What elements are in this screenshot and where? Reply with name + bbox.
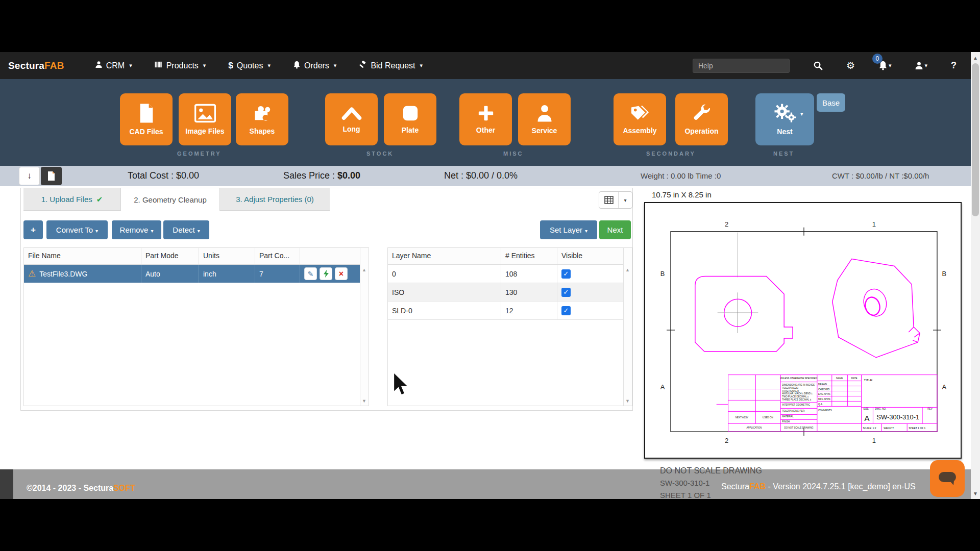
file-table-scrollbar[interactable]: ▲ ▼ (360, 248, 369, 406)
tab-upload-files[interactable]: 1. Upload Files ✔ (23, 188, 120, 211)
col-units[interactable]: Units (199, 248, 255, 264)
scroll-up-icon[interactable]: ▲ (362, 267, 366, 272)
service-button[interactable]: Service (518, 93, 571, 145)
col-entities[interactable]: # Entities (501, 248, 557, 264)
plate-stock-button[interactable]: Plate (384, 93, 436, 145)
long-label: Long (342, 125, 360, 133)
tb-comments: COMMENTS: (818, 409, 832, 412)
table-icon (604, 196, 614, 204)
close-icon: × (339, 269, 344, 279)
mouse-cursor (392, 371, 412, 401)
notifications-bell[interactable]: 0 ▾ (878, 61, 892, 70)
tb-donotscale: DO NOT SCALE DRAWING (784, 427, 814, 429)
scroll-up-icon[interactable]: ▲ (625, 267, 630, 272)
zone-label: 2 (725, 220, 728, 228)
tb-scale: SCALE: 1:2 (863, 427, 876, 430)
gear-icon[interactable]: ⚙ (846, 60, 855, 71)
col-visible[interactable]: Visible (557, 248, 624, 264)
assembly-label: Assembly (623, 127, 656, 135)
menu-crm[interactable]: CRM ▾ (95, 61, 132, 70)
scrollbar-down-icon[interactable]: ▼ (971, 489, 980, 498)
tb-weight: WEIGHT: (884, 427, 894, 430)
detect-button[interactable]: Detect▾ (163, 220, 209, 239)
ribbon-toolbar: CAD Files Image Files Shapes GEOMETRY Lo… (0, 79, 971, 166)
search-icon[interactable] (813, 61, 823, 70)
geometry-cleanup-panel: 1. Upload Files ✔ 2. Geometry Cleanup 3.… (20, 188, 633, 411)
file-table-header: File Name Part Mode Units Part Co... (24, 248, 369, 265)
remove-button[interactable]: Remove▾ (112, 220, 161, 239)
account-menu[interactable]: ▾ (915, 61, 927, 70)
layer-row-0[interactable]: 0 108 ✓ (388, 265, 632, 283)
image-files-button[interactable]: Image Files (179, 93, 231, 145)
layer-row-sld0[interactable]: SLD-0 12 ✓ (388, 302, 632, 320)
chat-launcher-button[interactable] (930, 460, 965, 497)
tab-adjust-properties[interactable]: 3. Adjust Properties (0) (220, 188, 330, 211)
layer-row-iso[interactable]: ISO 130 ✓ (388, 283, 632, 302)
shapes-button[interactable]: Shapes (236, 93, 288, 145)
help-icon[interactable]: ? (951, 60, 957, 71)
col-part-mode[interactable]: Part Mode (141, 248, 199, 264)
menu-products[interactable]: Products ▾ (155, 61, 206, 70)
scroll-down-icon[interactable]: ▼ (625, 398, 630, 404)
tb-date: DATE (851, 377, 857, 380)
cad-files-button[interactable]: CAD Files (120, 93, 173, 145)
collapse-button[interactable]: ↓ (19, 167, 40, 185)
layer-name-cell: ISO (388, 283, 501, 301)
nest-button[interactable]: Nest ▾ (755, 93, 814, 145)
layer-table-header: Layer Name # Entities Visible (388, 248, 632, 265)
help-search-input[interactable] (693, 59, 790, 73)
long-stock-button[interactable]: Long (325, 93, 378, 145)
visible-checkbox[interactable]: ✓ (561, 288, 571, 297)
dollar-icon: $ (228, 61, 233, 71)
edit-part-button[interactable]: ✎ (304, 267, 317, 280)
file-icon (137, 103, 156, 123)
tb-dims: DIMENSIONS ARE IN INCHES (782, 384, 815, 386)
tb-qa: Q.A. (818, 403, 823, 406)
chevron-up-icon (341, 106, 362, 121)
sheet-overlay-text: DO NOT SCALE DRAWING SW-300-310-1 SHEET … (660, 466, 762, 503)
scrollbar-thumb[interactable] (972, 63, 979, 216)
chevron-down-icon: ▾ (924, 62, 927, 69)
col-file-name[interactable]: File Name (24, 248, 141, 264)
visible-checkbox[interactable]: ✓ (561, 269, 571, 279)
set-layer-button[interactable]: Set Layer▾ (540, 220, 597, 239)
weight-time-value: Weight : 0.00 lb Time :0 (641, 171, 721, 180)
scroll-down-icon[interactable]: ▼ (362, 398, 366, 404)
chevron-down-icon: ▾ (267, 62, 271, 69)
col-part-count[interactable]: Part Co... (255, 248, 300, 264)
delete-part-button[interactable]: × (335, 267, 348, 280)
check-icon: ✓ (564, 307, 569, 314)
menu-quotes[interactable]: $ Quotes ▾ (228, 61, 271, 71)
grid-view-dropdown[interactable]: ▾ (619, 192, 632, 208)
operation-button[interactable]: Operation (675, 93, 728, 145)
other-button[interactable]: Other (459, 93, 512, 145)
part-dimensions-label: 10.75 in X 8.25 in (652, 190, 712, 199)
dwg-number-text: SW-300-310-1 (660, 479, 762, 487)
zone-label: 1 (872, 220, 876, 228)
zone-label: 1 (872, 437, 876, 444)
cad-preview-panel[interactable]: 2 1 2 1 B B A A (644, 202, 962, 459)
group-label-stock: STOCK (366, 151, 394, 157)
file-row-testfile3[interactable]: ⚠TestFile3.DWG Auto inch 7 ✎ × (24, 265, 369, 283)
app-logo[interactable]: SecturaFAB (8, 60, 64, 71)
base-button[interactable]: Base (817, 93, 845, 112)
vertical-scrollbar[interactable]: ▲ ▼ (971, 52, 980, 499)
layer-table-scrollbar[interactable]: ▲ ▼ (623, 248, 632, 406)
menu-bid-request[interactable]: Bid Request ▾ (359, 61, 423, 71)
tab-geometry-cleanup[interactable]: 2. Geometry Cleanup (120, 188, 220, 211)
top-letterbox (0, 0, 980, 52)
scrollbar-up-icon[interactable]: ▲ (971, 53, 980, 62)
convert-to-button[interactable]: Convert To▾ (46, 220, 108, 239)
menu-orders[interactable]: Orders ▾ (293, 61, 336, 71)
auto-detect-button[interactable] (320, 267, 332, 280)
entities-cell: 130 (501, 283, 557, 301)
add-file-button[interactable]: + (23, 220, 43, 239)
document-button[interactable] (41, 167, 62, 185)
grid-view-button[interactable] (599, 192, 619, 208)
cad-drawing: 2 1 2 1 B B A A (645, 203, 961, 458)
visible-checkbox[interactable]: ✓ (561, 306, 571, 315)
assembly-button[interactable]: Assembly (614, 93, 666, 145)
app-screen: SecturaFAB CRM ▾ Products ▾ $ Quotes ▾ O… (0, 0, 980, 551)
col-layer-name[interactable]: Layer Name (388, 248, 501, 264)
next-button[interactable]: Next (599, 220, 631, 239)
